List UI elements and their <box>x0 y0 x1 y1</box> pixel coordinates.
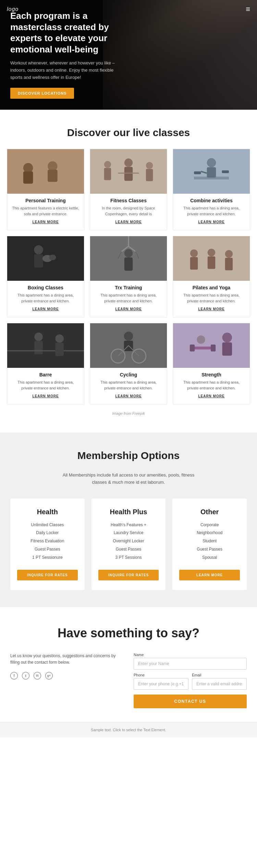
hero-section: logo ≡ Each program is a masterclass cre… <box>0 0 257 110</box>
svg-rect-35 <box>190 257 198 270</box>
class-image-fitness <box>90 149 167 194</box>
class-desc-4: This apartment has a dining area, privat… <box>95 292 162 304</box>
social-google-icon[interactable]: g+ <box>45 672 53 679</box>
class-name-3: Boxing Classes <box>12 285 79 290</box>
class-name-4: Trx Training <box>95 285 162 290</box>
membership-feature-h5: 1 PT Sessionure <box>17 555 78 560</box>
svg-rect-19 <box>222 170 229 173</box>
class-card-barre: Barre This apartment has a dining area, … <box>7 323 84 405</box>
svg-rect-30 <box>124 257 133 271</box>
discover-locations-button[interactable]: DISCOVER LOCATIONS <box>10 88 74 99</box>
class-card-personal-training: Personal Training This apartment feature… <box>7 149 84 230</box>
class-image-combine <box>173 149 250 194</box>
svg-rect-55 <box>222 342 232 356</box>
class-card-boxing: Boxing Classes This apartment has a dini… <box>7 236 84 317</box>
svg-point-59 <box>197 335 205 343</box>
phone-field-group: Phone <box>134 673 188 690</box>
class-desc-2: This apartment has a dining area, privat… <box>178 205 245 217</box>
contact-left: Let us know your questions, suggestions … <box>10 653 123 679</box>
svg-rect-0 <box>7 149 84 194</box>
class-image-cycling <box>90 323 167 368</box>
svg-rect-40 <box>7 323 84 368</box>
email-field-group: Email <box>192 673 247 690</box>
name-label: Name <box>134 653 247 657</box>
svg-rect-7 <box>124 167 133 181</box>
contact-submit-button[interactable]: CONTACT US <box>134 695 247 708</box>
class-card-combine: Combine activities This apartment has a … <box>173 149 250 230</box>
svg-rect-37 <box>208 256 215 269</box>
svg-point-3 <box>48 161 58 171</box>
membership-feature-h1: Unlimited Classes <box>17 522 78 528</box>
class-card-fitness: Fitness Classes In the room, designed by… <box>90 149 167 230</box>
class-desc-3: This apartment has a dining area, privat… <box>12 292 79 304</box>
phone-input[interactable] <box>134 678 188 690</box>
class-card-strength: Strength This apartment has a dining are… <box>173 323 250 405</box>
class-image-pilates <box>173 236 250 281</box>
class-card-trx: Trx Training This apartment has a dining… <box>90 236 167 317</box>
email-label: Email <box>192 673 247 677</box>
social-icons: f t in g+ <box>10 672 123 679</box>
freepik-note: Image from Freepik <box>7 411 250 415</box>
class-name-1: Fitness Classes <box>95 198 162 203</box>
svg-point-54 <box>222 333 232 342</box>
svg-point-34 <box>190 250 198 257</box>
class-card-pilates: Pilates and Yoga This apartment has a di… <box>173 236 250 317</box>
svg-point-6 <box>124 158 133 167</box>
learn-more-0[interactable]: LEARN MORE <box>12 220 79 224</box>
email-input[interactable] <box>192 678 247 690</box>
learn-more-3[interactable]: LEARN MORE <box>12 307 79 311</box>
membership-feature-hp5: 3 PT Sessions <box>98 555 159 560</box>
class-name-2: Combine activities <box>178 198 245 203</box>
name-field-group: Name <box>134 653 247 670</box>
learn-more-4[interactable]: LEARN MORE <box>95 307 162 311</box>
svg-point-47 <box>124 331 133 340</box>
svg-rect-12 <box>146 169 153 181</box>
learn-more-8[interactable]: LEARN MORE <box>178 394 245 398</box>
svg-point-15 <box>207 158 216 167</box>
membership-feature-hp3: Overnight Locker <box>98 538 159 544</box>
class-desc-8: This apartment has a dining area, privat… <box>178 379 245 391</box>
svg-rect-39 <box>225 258 233 270</box>
membership-feature-hp1: Health's Features + <box>98 522 159 528</box>
class-image-personal-training <box>7 149 84 194</box>
class-image-boxing <box>7 236 84 281</box>
svg-point-24 <box>49 255 56 260</box>
classes-grid: Personal Training This apartment feature… <box>7 149 250 405</box>
membership-btn-1[interactable]: INQUIRE FOR RATES <box>98 570 159 580</box>
learn-more-2[interactable]: LEARN MORE <box>178 220 245 224</box>
membership-btn-0[interactable]: INQUIRE FOR RATES <box>17 570 78 580</box>
svg-rect-42 <box>34 341 42 354</box>
svg-rect-4 <box>48 170 58 182</box>
svg-point-9 <box>104 161 111 168</box>
class-desc-0: This apartment features a electric kettl… <box>12 205 79 217</box>
contact-title: Have something to say? <box>10 626 247 640</box>
svg-rect-56 <box>192 347 213 349</box>
membership-grid: Health Unlimited Classes Daily Locker Fi… <box>10 498 247 590</box>
svg-rect-16 <box>207 167 216 178</box>
svg-rect-45 <box>56 343 64 356</box>
name-input[interactable] <box>134 658 247 670</box>
menu-icon[interactable]: ≡ <box>246 5 250 14</box>
learn-more-6[interactable]: LEARN MORE <box>12 394 79 398</box>
phone-label: Phone <box>134 673 188 677</box>
learn-more-1[interactable]: LEARN MORE <box>95 220 162 224</box>
learn-more-7[interactable]: LEARN MORE <box>95 394 162 398</box>
hero-description: Workout whenever, wherever and however y… <box>10 60 120 81</box>
class-image-barre <box>7 323 84 368</box>
membership-feature-hp2: Laundry Service <box>98 530 159 536</box>
membership-feature-hp4: Guest Passes <box>98 546 159 552</box>
membership-card-other: Other Corporate Neighborhood Student Gue… <box>172 498 247 590</box>
membership-feature-h4: Guest Passes <box>17 546 78 552</box>
class-desc-5: This apartment has a dining area, privat… <box>178 292 245 304</box>
class-name-8: Strength <box>178 372 245 377</box>
class-name-0: Personal Training <box>12 198 79 203</box>
membership-btn-2[interactable]: LEARN MORE <box>179 570 240 580</box>
svg-point-29 <box>124 249 133 257</box>
svg-point-21 <box>34 245 43 254</box>
learn-more-5[interactable]: LEARN MORE <box>178 307 245 311</box>
social-instagram-icon[interactable]: in <box>34 672 41 679</box>
membership-feature-o4: Guest Passes <box>179 546 240 552</box>
social-facebook-icon[interactable]: f <box>10 672 18 679</box>
social-twitter-icon[interactable]: t <box>22 672 29 679</box>
membership-card-health-plus: Health Plus Health's Features + Laundry … <box>91 498 166 590</box>
